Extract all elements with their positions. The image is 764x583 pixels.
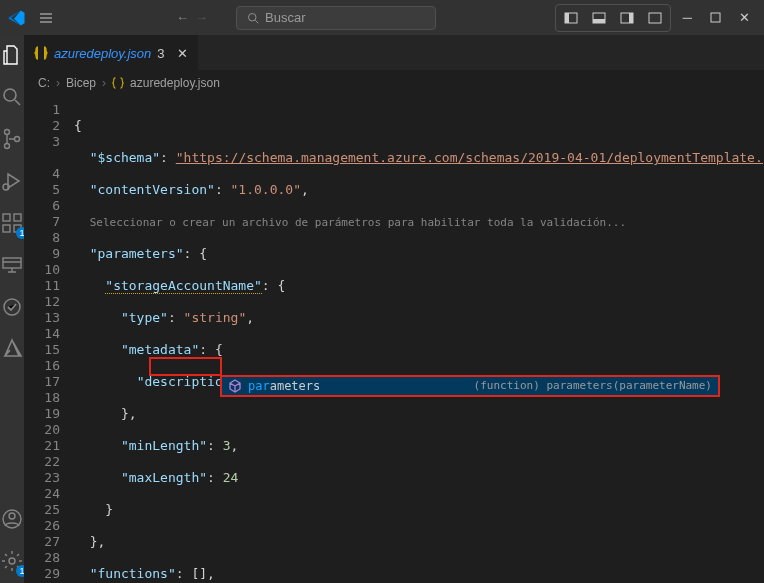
layout-bottom-icon[interactable] — [586, 7, 612, 29]
search-box[interactable]: Buscar — [236, 6, 436, 30]
extensions-icon[interactable]: 1 — [0, 211, 24, 235]
scm-icon[interactable] — [0, 127, 24, 151]
intellisense-signature: (function) parameters(parameterName) — [474, 378, 712, 394]
svg-point-9 — [4, 89, 16, 101]
titlebar-right: ─ ✕ — [555, 4, 756, 32]
bc-seg-file[interactable]: azuredeploy.json — [130, 76, 220, 90]
svg-point-0 — [249, 13, 257, 21]
svg-point-21 — [9, 513, 15, 519]
layout-right-icon[interactable] — [614, 7, 640, 29]
nav-back-icon[interactable]: ← — [176, 10, 189, 25]
tab-dirty-count: 3 — [157, 46, 164, 61]
close-icon[interactable]: ✕ — [733, 6, 756, 29]
codelens-hint[interactable]: Seleccionar o crear un archivo de paráme… — [90, 216, 626, 229]
search-icon — [247, 12, 259, 24]
svg-point-10 — [5, 130, 10, 135]
svg-point-12 — [15, 137, 20, 142]
search-icon[interactable] — [0, 85, 24, 109]
remote-icon[interactable] — [0, 253, 24, 277]
account-icon[interactable] — [0, 507, 24, 531]
search-placeholder: Buscar — [265, 10, 305, 25]
gutter: 1234567891011121314151617181920212223242… — [24, 96, 74, 583]
json-file-icon — [112, 77, 124, 89]
nav-arrows: ← → — [176, 10, 208, 25]
svg-rect-6 — [629, 13, 633, 23]
svg-point-11 — [5, 144, 10, 149]
menu-icon[interactable] — [34, 6, 58, 30]
svg-rect-8 — [711, 13, 720, 22]
azure-icon[interactable] — [0, 337, 24, 361]
chevron-icon: › — [56, 76, 60, 90]
layout-left-icon[interactable] — [558, 7, 584, 29]
tab-filename: azuredeploy.json — [54, 46, 151, 61]
explorer-icon[interactable] — [0, 43, 24, 67]
tab-close-icon[interactable]: ✕ — [177, 46, 188, 61]
minimize-icon[interactable]: ─ — [677, 6, 698, 29]
settings-icon[interactable]: 1 — [0, 549, 24, 573]
tab-azuredeploy[interactable]: azuredeploy.json 3 ✕ — [24, 35, 198, 70]
breadcrumb[interactable]: C: › Bicep › azuredeploy.json — [24, 70, 764, 96]
debug-icon[interactable] — [0, 169, 24, 193]
svg-rect-14 — [3, 214, 10, 221]
nav-fwd-icon[interactable]: → — [195, 10, 208, 25]
svg-point-22 — [9, 558, 15, 564]
method-icon — [228, 379, 242, 393]
tab-bar: azuredeploy.json 3 ✕ ⋯ — [24, 35, 764, 70]
intellisense-popup[interactable]: parameters (function) parameters(paramet… — [220, 375, 720, 397]
svg-rect-2 — [565, 13, 569, 23]
code-editor[interactable]: 1234567891011121314151617181920212223242… — [24, 96, 764, 583]
vscode-logo-icon — [8, 9, 26, 27]
bc-seg-bicep[interactable]: Bicep — [66, 76, 96, 90]
editor-area: azuredeploy.json 3 ✕ ⋯ C: › Bicep › azur… — [24, 35, 764, 583]
activity-bar: 1 1 — [0, 35, 24, 583]
maximize-icon[interactable] — [704, 8, 727, 27]
svg-rect-15 — [3, 225, 10, 232]
svg-rect-4 — [593, 19, 605, 23]
json-file-icon — [34, 46, 48, 60]
layout-grid-icon[interactable] — [642, 7, 668, 29]
titlebar: ← → Buscar ─ ✕ — [0, 0, 764, 35]
testing-icon[interactable] — [0, 295, 24, 319]
code-content[interactable]: { "$schema": "https://schema.management.… — [74, 96, 764, 583]
svg-rect-7 — [649, 13, 661, 23]
svg-rect-17 — [14, 214, 21, 221]
bc-seg-c[interactable]: C: — [38, 76, 50, 90]
chevron-icon: › — [102, 76, 106, 90]
svg-rect-18 — [3, 258, 21, 268]
intellisense-item[interactable]: parameters (function) parameters(paramet… — [222, 377, 718, 395]
